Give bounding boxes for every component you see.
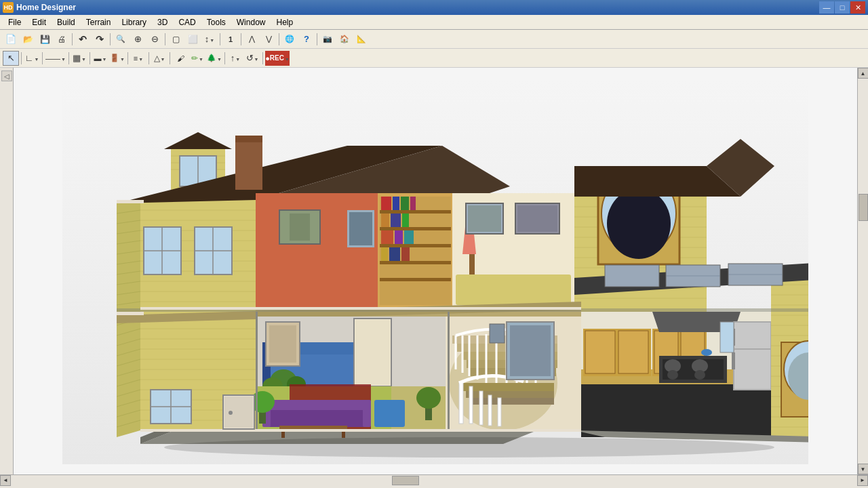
svg-rect-163 [488, 395, 492, 426]
svg-rect-84 [381, 214, 389, 227]
svg-rect-72 [290, 214, 310, 241]
svg-point-119 [607, 188, 671, 259]
rec-dropdown-icon [284, 54, 290, 62]
select-rect-icon [172, 35, 180, 44]
print-button[interactable] [54, 32, 70, 47]
new-button[interactable] [3, 32, 19, 47]
menu-build[interactable]: Build [52, 16, 81, 28]
close-button[interactable]: ✕ [850, 1, 865, 14]
search-button[interactable] [113, 32, 129, 47]
svg-rect-81 [393, 197, 399, 210]
rotate-button[interactable]: ↺ [244, 51, 260, 66]
new-icon [5, 34, 16, 44]
svg-rect-160 [459, 383, 463, 424]
arrow-button[interactable]: ↕ [201, 32, 218, 47]
door-button[interactable]: 🚪 [109, 51, 125, 66]
stairs-dropdown-icon [138, 54, 143, 62]
fill-icon [188, 35, 198, 44]
cursor-button[interactable]: ↖ [3, 51, 19, 66]
roof-dropdown-icon [160, 54, 165, 62]
menu-help[interactable]: Help [271, 16, 298, 28]
plan-view-button[interactable] [353, 32, 370, 47]
grid-button[interactable]: ▦ [71, 51, 87, 66]
left-panel: ◁ [0, 68, 14, 474]
scroll-thumb-vertical[interactable] [859, 194, 868, 221]
menu-window[interactable]: Window [231, 16, 271, 28]
window-controls: — □ ✕ [819, 1, 865, 14]
house-view-button[interactable] [336, 32, 353, 47]
up-arrow-button[interactable]: ⋀ [243, 32, 260, 47]
dash-button[interactable]: —— [45, 51, 66, 66]
svg-rect-87 [381, 230, 393, 244]
plan-view-icon [357, 35, 366, 43]
angle-button[interactable]: ∟ [24, 51, 40, 66]
undo-button[interactable] [75, 32, 91, 47]
record-button[interactable]: ●REC [265, 51, 290, 66]
menu-edit[interactable]: Edit [26, 16, 52, 28]
svg-rect-226 [281, 431, 285, 438]
menu-file[interactable]: File [3, 16, 26, 28]
camera-button[interactable] [319, 32, 336, 47]
svg-point-240 [164, 437, 774, 458]
undo-icon [79, 34, 87, 45]
open-icon [23, 35, 33, 44]
scroll-left-button[interactable]: ◄ [0, 475, 11, 486]
scroll-thumb-horizontal[interactable] [392, 476, 419, 485]
help-button[interactable]: ? [298, 32, 315, 47]
tree-button[interactable]: 🌲 [206, 51, 222, 66]
globe-button[interactable] [281, 32, 298, 47]
toolbar-separator [21, 52, 22, 64]
menu-bar: File Edit Build Terrain Library 3D CAD T… [0, 15, 868, 30]
svg-point-188 [701, 349, 712, 356]
redo-button[interactable] [92, 32, 108, 47]
scroll-track-horizontal[interactable] [11, 475, 857, 486]
svg-rect-134 [355, 320, 390, 385]
zoom-in-button[interactable] [130, 32, 146, 47]
rotate-icon: ↺ [246, 53, 254, 63]
left-panel-btn1[interactable]: ◁ [1, 70, 12, 81]
svg-rect-167 [490, 324, 505, 343]
svg-point-243 [229, 411, 233, 415]
paint-button[interactable]: 🖌 [172, 51, 189, 66]
wall-icon: ▬ [94, 54, 102, 62]
up2-button[interactable]: ↑ [227, 51, 243, 66]
svg-rect-227 [342, 431, 345, 438]
menu-tools[interactable]: Tools [201, 16, 231, 28]
zoom-out-button[interactable] [146, 32, 163, 47]
pencil-button[interactable]: ✏ [189, 51, 205, 66]
grid-dropdown-icon [81, 54, 86, 62]
svg-rect-80 [381, 197, 391, 210]
svg-point-183 [694, 370, 705, 380]
wall-button[interactable]: ▬ [92, 51, 108, 66]
scroll-up-button[interactable]: ▲ [858, 68, 869, 79]
open-button[interactable] [20, 32, 36, 47]
down-arrow-button[interactable]: ⋁ [260, 32, 277, 47]
svg-rect-94 [349, 212, 372, 245]
door-icon: 🚪 [110, 54, 119, 62]
svg-rect-228 [374, 400, 405, 427]
roof-button[interactable]: △ [151, 51, 167, 66]
toolbar-separator [72, 33, 73, 45]
minimize-button[interactable]: — [819, 1, 834, 14]
stairs-button[interactable]: ≡ [130, 51, 146, 66]
number-button[interactable]: 1 [222, 32, 239, 47]
svg-rect-92 [401, 247, 410, 261]
scroll-down-button[interactable]: ▼ [858, 464, 869, 474]
scroll-track-vertical[interactable] [858, 79, 869, 464]
toolbar-separator [279, 33, 279, 45]
maximize-button[interactable]: □ [835, 1, 850, 14]
toolbar-separator [224, 52, 225, 64]
svg-point-232 [416, 387, 441, 409]
menu-3d[interactable]: 3D [152, 16, 173, 28]
dash-dropdown-icon [60, 54, 66, 62]
save-button[interactable] [37, 32, 53, 47]
menu-terrain[interactable]: Terrain [81, 16, 117, 28]
scroll-right-button[interactable]: ► [857, 475, 868, 486]
canvas-area[interactable] [14, 68, 857, 474]
fill-button[interactable] [184, 32, 201, 47]
house-view-icon [340, 35, 349, 43]
select-rect-button[interactable] [167, 32, 184, 47]
menu-cad[interactable]: CAD [173, 16, 201, 28]
zoom-in-icon [134, 34, 142, 44]
menu-library[interactable]: Library [116, 16, 152, 28]
